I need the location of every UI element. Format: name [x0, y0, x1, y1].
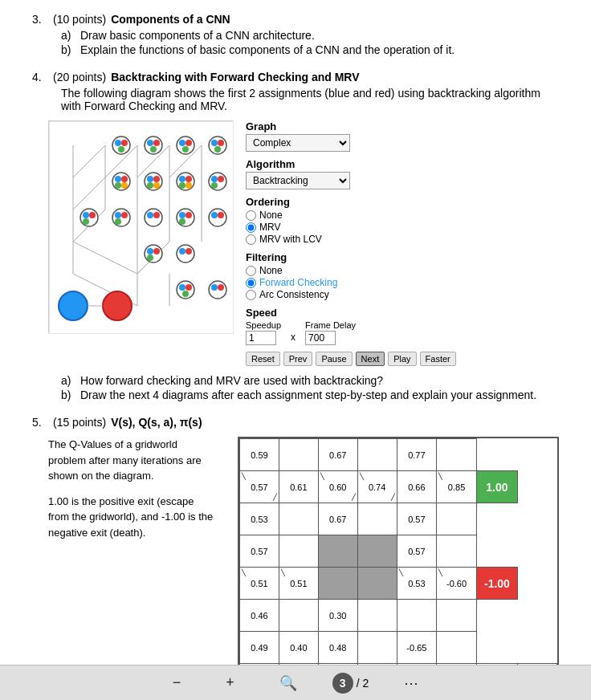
frame-delay-input[interactable]	[305, 331, 336, 345]
svg-point-34	[118, 146, 124, 153]
svg-point-73	[115, 218, 121, 225]
table-row: 0.57 0.57	[240, 535, 557, 568]
svg-point-41	[185, 140, 192, 146]
svg-point-38	[150, 146, 157, 153]
q3-part-a-label: a)	[61, 29, 75, 42]
table-row: 0.46 0.30	[240, 600, 557, 632]
qcell: 0.57	[397, 535, 437, 568]
qcell: ╲-0.60	[437, 568, 477, 600]
q4-part-b: b) Draw the next 4 diagrams after each a…	[61, 389, 559, 401]
svg-point-60	[179, 182, 185, 189]
x-label: x	[291, 332, 296, 343]
q4-part-b-text: Draw the next 4 diagrams after each assi…	[80, 389, 536, 401]
qcell	[357, 439, 397, 471]
search-button[interactable]: 🔍	[270, 671, 307, 695]
svg-point-58	[179, 176, 185, 182]
svg-point-65	[211, 182, 218, 189]
graph-svg	[49, 121, 234, 334]
qcell: ╲0.74╱	[357, 471, 397, 503]
ordering-mrv-lcv[interactable]: MRV with LCV	[246, 234, 456, 245]
ordering-mrv[interactable]: MRV	[246, 222, 456, 233]
bottom-toolbar: − + 🔍 3 / 2 ⋯	[0, 665, 591, 700]
svg-point-45	[218, 140, 224, 146]
svg-point-53	[147, 176, 153, 182]
svg-point-54	[153, 176, 160, 182]
qcell: -0.65	[397, 632, 437, 664]
graph-select[interactable]: Complex	[246, 134, 350, 152]
pause-button[interactable]: Pause	[316, 352, 352, 366]
svg-point-89	[179, 248, 185, 254]
filtering-arc[interactable]: Arc Consistency	[246, 289, 456, 300]
qval-intro-2: 1.00 is the positive exit (escape from t…	[48, 494, 217, 541]
svg-point-67	[83, 212, 89, 218]
qval-intro-1: The Q-Values of a gridworld problem afte…	[48, 437, 217, 484]
svg-point-84	[145, 245, 162, 262]
q4-part-a-label: a)	[61, 374, 75, 387]
qcell: 0.57	[240, 535, 279, 568]
q4-part-a-text: How forward checking and MRV are used wi…	[80, 374, 383, 387]
qcell	[279, 439, 318, 471]
svg-point-77	[177, 209, 194, 226]
q4-title: Backtracking with Forward Checking and M…	[111, 71, 359, 83]
table-row: 0.59 0.67 0.77	[240, 439, 557, 471]
zoom-in-button[interactable]: +	[216, 671, 244, 694]
qcell: 0.59	[240, 439, 279, 471]
qcell: 0.30	[318, 600, 357, 632]
speedup-input[interactable]	[246, 331, 276, 345]
qcell: ╲0.60╱	[318, 471, 357, 503]
prev-button[interactable]: Prev	[283, 352, 313, 366]
graph-panel: Graph Complex Algorithm Backtracking Ord…	[246, 120, 456, 366]
qcell: ╲0.51	[240, 568, 279, 600]
qcell: 0.67	[318, 439, 357, 471]
svg-point-66	[80, 209, 98, 226]
faster-button[interactable]: Faster	[420, 352, 456, 366]
svg-point-63	[211, 176, 218, 182]
svg-point-83	[218, 212, 224, 218]
svg-point-51	[121, 182, 128, 189]
page-number: 3	[332, 673, 353, 694]
q4-part-b-label: b)	[61, 389, 75, 401]
q3-points: (10 points)	[53, 13, 106, 26]
frame-delay-label: Frame Delay	[305, 320, 356, 330]
q4-part-a: a) How forward checking and MRV are used…	[61, 374, 559, 387]
question-4: 4. (20 points) Backtracking with Forward…	[32, 71, 559, 401]
svg-point-97	[218, 284, 224, 291]
ordering-radio-group: None MRV MRV with LCV	[246, 210, 456, 245]
next-button[interactable]: Next	[356, 352, 385, 366]
speed-section: Speed Speedup x Frame Delay	[246, 307, 456, 345]
qcell-gray	[318, 535, 357, 568]
svg-point-33	[121, 140, 128, 146]
play-button[interactable]: Play	[388, 352, 416, 366]
filtering-section: Filtering None Forward Checking Arc Cons…	[246, 251, 456, 300]
table-row: 0.49 0.40 0.48 -0.65	[240, 632, 557, 664]
svg-point-94	[182, 291, 189, 297]
zoom-out-button[interactable]: −	[163, 671, 191, 694]
more-button[interactable]: ⋯	[394, 671, 428, 695]
qcell: 0.67	[318, 503, 357, 535]
page-indicator: 3 / 2	[332, 673, 369, 694]
filtering-fc[interactable]: Forward Checking	[246, 277, 456, 288]
svg-point-47	[112, 173, 130, 190]
ordering-none[interactable]: None	[246, 210, 456, 221]
qcell: 0.49	[240, 632, 279, 664]
svg-point-80	[179, 218, 185, 225]
svg-point-56	[153, 182, 160, 189]
page-total: 2	[363, 677, 369, 690]
svg-point-32	[115, 140, 121, 146]
qcell	[279, 535, 318, 568]
q3-part-b-text: Explain the functions of basic component…	[80, 43, 454, 56]
svg-point-52	[145, 173, 162, 190]
filtering-none[interactable]: None	[246, 265, 456, 276]
q3-part-b: b) Explain the functions of basic compon…	[61, 43, 559, 56]
framedelay-col: Frame Delay	[305, 320, 356, 345]
svg-point-90	[185, 248, 192, 254]
cnn-graph	[48, 120, 233, 333]
cnn-area: Graph Complex Algorithm Backtracking Ord…	[48, 120, 559, 366]
q3-part-a: a) Draw basic components of a CNN archit…	[61, 29, 559, 42]
q4-num: 4.	[32, 71, 48, 83]
reset-button[interactable]: Reset	[246, 352, 280, 366]
speed-label: Speed	[246, 307, 456, 319]
question-5: 5. (15 points) V(s), Q(s, a), π(s) The Q…	[32, 416, 559, 700]
q3-num: 3.	[32, 13, 48, 26]
algorithm-select[interactable]: Backtracking	[246, 172, 350, 189]
